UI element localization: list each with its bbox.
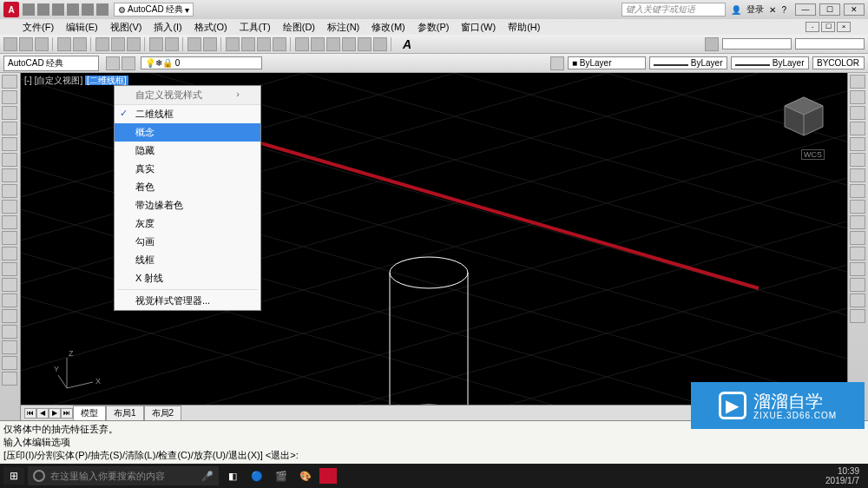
menu-item-sketch[interactable]: 勾画 [115, 233, 260, 251]
extend-tool[interactable] [850, 231, 865, 245]
menu-item-conceptual[interactable]: 概念 [115, 123, 260, 142]
ellipse-tool[interactable] [2, 153, 17, 167]
taskbar-search[interactable]: 在这里输入你要搜索的内容 🎤 [28, 466, 219, 485]
color-dropdown[interactable]: ■ ByLayer [568, 56, 646, 69]
tb-redo[interactable] [203, 37, 217, 51]
tab-layout1[interactable]: 布局1 [106, 406, 144, 420]
menu-item-shaded[interactable]: 着色 [115, 178, 260, 196]
menu-param[interactable]: 参数(P) [412, 21, 455, 34]
text-tool[interactable] [2, 231, 17, 245]
circle-tool[interactable] [2, 106, 17, 120]
cylinder-object[interactable] [385, 255, 472, 420]
tb-preview[interactable] [73, 37, 87, 51]
revcloud-tool[interactable] [2, 356, 17, 370]
ray-tool[interactable] [2, 309, 17, 323]
block-tool[interactable] [2, 215, 17, 229]
tb-brush[interactable] [705, 37, 719, 51]
taskview-icon[interactable]: ◧ [222, 467, 243, 485]
mdi-close[interactable]: × [837, 22, 851, 32]
menu-edit[interactable]: 编辑(E) [61, 21, 103, 34]
tb-zoom-win[interactable] [273, 37, 286, 51]
tb-match[interactable] [149, 37, 163, 51]
tab-next[interactable]: ▶ [49, 408, 61, 419]
menu-tools[interactable]: 工具(T) [234, 21, 276, 34]
menu-item-gray[interactable]: 灰度 [115, 214, 260, 233]
viewcube[interactable] [778, 90, 830, 142]
mirror-tool[interactable] [850, 106, 865, 120]
undo-icon[interactable] [82, 3, 94, 16]
tb-paste[interactable] [127, 37, 141, 51]
tb-new[interactable] [3, 37, 17, 51]
wcs-label[interactable]: WCS [801, 149, 825, 160]
linetype-dropdown[interactable]: ByLayer [649, 56, 727, 69]
menu-format[interactable]: 格式(O) [189, 21, 233, 34]
redo-icon[interactable] [96, 3, 108, 16]
help-icon[interactable]: ? [781, 5, 786, 15]
menu-window[interactable]: 窗口(W) [456, 21, 501, 34]
user-icon[interactable]: 👤 [731, 5, 741, 15]
drawing-canvas[interactable]: [-] [自定义视图] [二维线框] 自定义视觉样式› 二维线框 概念 隐藏 真… [21, 73, 847, 420]
layer-prev-icon[interactable] [550, 56, 564, 70]
mic-icon[interactable]: 🎤 [201, 471, 214, 482]
menu-item-realistic[interactable]: 真实 [115, 160, 260, 178]
maximize-button[interactable]: ☐ [819, 3, 840, 16]
tb-plot[interactable] [57, 37, 71, 51]
rotate-tool[interactable] [850, 168, 865, 182]
arc-tool[interactable] [2, 122, 17, 135]
tb-zoom[interactable] [241, 37, 255, 51]
stretch-tool[interactable] [850, 200, 865, 214]
wipeout-tool[interactable] [2, 372, 17, 386]
mdi-restore[interactable]: ☐ [821, 22, 835, 32]
menu-header[interactable]: 自定义视觉样式› [115, 86, 260, 105]
minimize-button[interactable]: — [795, 3, 816, 16]
tb-save[interactable] [35, 37, 49, 51]
close-button[interactable]: ✕ [844, 3, 865, 16]
layer-state-icon[interactable] [122, 56, 135, 70]
plotstyle-dropdown[interactable]: BYCOLOR [812, 56, 865, 69]
tb-dc[interactable] [311, 37, 325, 51]
pline-tool[interactable] [2, 90, 17, 104]
mtext-tool[interactable] [2, 278, 17, 292]
menu-draw[interactable]: 绘图(D) [278, 21, 320, 34]
polygon-tool[interactable] [2, 293, 17, 307]
menu-file[interactable]: 文件(F) [17, 21, 59, 34]
tab-layout2[interactable]: 布局2 [144, 406, 182, 420]
lineweight-dropdown[interactable]: ByLayer [731, 56, 809, 69]
tb-block[interactable] [165, 37, 179, 51]
copy-tool[interactable] [850, 90, 865, 104]
hatch-tool[interactable] [2, 168, 17, 182]
explode-tool[interactable] [850, 309, 865, 323]
menu-item-xray[interactable]: X 射线 [115, 269, 260, 287]
menu-modify[interactable]: 修改(M) [366, 21, 411, 34]
chamfer-tool[interactable] [850, 278, 865, 292]
region-tool[interactable] [2, 247, 17, 260]
tab-model[interactable]: 模型 [73, 406, 106, 420]
menu-dimension[interactable]: 标注(N) [322, 21, 365, 34]
tab-prev[interactable]: ◀ [36, 408, 49, 419]
menu-item-manager[interactable]: 视觉样式管理器... [115, 292, 260, 310]
trim-tool[interactable] [850, 215, 865, 229]
offset-tool[interactable] [850, 122, 865, 135]
system-tray[interactable]: 10:39 2019/1/7 [825, 466, 865, 485]
exchange-icon[interactable]: ✕ [769, 5, 776, 15]
layer-dropdown[interactable]: 💡❄🔒 0 [141, 56, 262, 69]
mdi-minimize[interactable]: - [806, 22, 819, 32]
xline-tool[interactable] [2, 325, 17, 339]
menu-view[interactable]: 视图(V) [105, 21, 148, 34]
rect-tool[interactable] [2, 137, 17, 151]
print-icon[interactable] [67, 3, 79, 16]
app-icon-2[interactable]: 🎬 [271, 467, 292, 485]
app-icon-1[interactable]: 🔵 [247, 467, 267, 485]
tb-dd1[interactable] [722, 38, 792, 49]
tb-cut[interactable] [95, 37, 109, 51]
tab-first[interactable]: ⏮ [24, 408, 36, 419]
menu-item-hidden[interactable]: 隐藏 [115, 142, 260, 160]
tb-markup[interactable] [358, 37, 372, 51]
login-label[interactable]: 登录 [746, 3, 764, 16]
tb-tool-pal[interactable] [326, 37, 340, 51]
save-icon[interactable] [52, 3, 64, 16]
viewport-label[interactable]: [-] [自定义视图] [二维线框] [24, 75, 128, 87]
layer-mgr-icon[interactable] [106, 56, 120, 70]
spline-tool[interactable] [2, 184, 17, 198]
line-tool[interactable] [2, 75, 17, 89]
